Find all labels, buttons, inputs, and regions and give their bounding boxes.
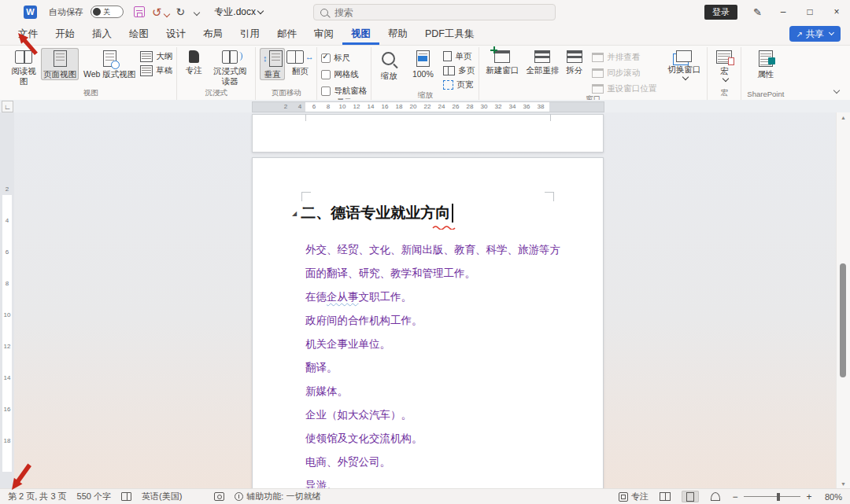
- heading-collapse-icon[interactable]: ◢: [292, 210, 297, 217]
- multiple-pages-icon: [443, 66, 455, 75]
- undo-button[interactable]: ↺: [152, 6, 169, 18]
- tab-draw[interactable]: 绘图: [120, 24, 157, 45]
- document-paragraph[interactable]: 企业（如大众汽车）。: [305, 403, 565, 427]
- page-1-bottom[interactable]: [252, 114, 604, 153]
- document-area[interactable]: ◢ 二、德语专业就业方向 外交、经贸、文化、新闻出版、教育、科学、旅游等方 面的…: [0, 112, 837, 489]
- scroll-down-arrow[interactable]: ▼: [837, 481, 850, 487]
- word-count[interactable]: 550 个字: [77, 491, 111, 502]
- document-paragraph[interactable]: 翻译。: [305, 356, 565, 380]
- read-mode-view-button[interactable]: [656, 491, 674, 502]
- search-input[interactable]: [333, 6, 549, 19]
- document-paragraph[interactable]: 面的翻译、研究、教学和管理工作。: [305, 262, 565, 285]
- focus-mode-button[interactable]: 专注: [619, 491, 649, 502]
- document-paragraph[interactable]: 机关企事业单位。: [305, 333, 565, 356]
- page-indicator[interactable]: 第 2 页, 共 3 页: [8, 491, 67, 502]
- collapse-ribbon-button[interactable]: [832, 84, 839, 95]
- one-page-button[interactable]: 单页: [443, 50, 475, 62]
- vertical-scrollbar[interactable]: ▲ ▼: [836, 112, 850, 489]
- tab-help[interactable]: 帮助: [379, 24, 416, 45]
- zoom-100-button[interactable]: 100%: [405, 48, 441, 80]
- zoom-in-button[interactable]: +: [806, 491, 812, 502]
- recording-status-icon[interactable]: [214, 492, 224, 501]
- chevron-down-icon: [194, 9, 200, 16]
- document-paragraph[interactable]: 政府间的合作机构工作。: [305, 309, 565, 333]
- zoom-slider[interactable]: [744, 496, 800, 497]
- redo-button[interactable]: ↻: [176, 6, 186, 17]
- tab-pdf-tools[interactable]: PDF工具集: [416, 24, 483, 45]
- minimize-button[interactable]: –: [778, 6, 789, 17]
- ruler-number: 32: [491, 103, 505, 111]
- side-to-side-button[interactable]: ↔ 翻页: [287, 48, 312, 77]
- document-heading[interactable]: ◢ 二、德语专业就业方向: [292, 203, 453, 223]
- tab-references[interactable]: 引用: [231, 24, 268, 45]
- zoom-button[interactable]: 缩放: [375, 48, 402, 82]
- share-button[interactable]: ↗ 共享: [789, 26, 841, 42]
- gridlines-checkbox[interactable]: 网格线: [321, 68, 367, 80]
- page-2[interactable]: ◢ 二、德语专业就业方向 外交、经贸、文化、新闻出版、教育、科学、旅游等方 面的…: [252, 157, 604, 489]
- immersive-reader-button[interactable]: 沉浸式阅读器: [209, 48, 251, 86]
- tab-home[interactable]: 开始: [46, 24, 83, 45]
- close-button[interactable]: ×: [831, 6, 842, 17]
- ruler-number: 20: [406, 103, 420, 111]
- switch-windows-button[interactable]: 切换窗口: [665, 48, 703, 80]
- spellcheck-squiggle: [432, 225, 459, 230]
- tab-selector-button[interactable]: ∟: [2, 101, 13, 112]
- scrollbar-thumb[interactable]: [840, 263, 846, 377]
- document-body[interactable]: 外交、经贸、文化、新闻出版、教育、科学、旅游等方 面的翻译、研究、教学和管理工作…: [305, 238, 565, 489]
- web-layout-view-button[interactable]: [707, 491, 724, 502]
- ruler-number: 12: [349, 103, 364, 111]
- ruler-checkbox[interactable]: 标尺: [321, 52, 367, 64]
- page-width-button[interactable]: 页宽: [443, 79, 475, 90]
- ruler-number: 2: [6, 173, 9, 204]
- split-button[interactable]: 拆分: [564, 48, 585, 76]
- ruler-number: 38: [534, 103, 548, 111]
- pen-mode-icon[interactable]: ✎: [753, 6, 762, 18]
- outline-view-button[interactable]: 大纲: [140, 50, 172, 62]
- web-layout-button[interactable]: Web 版式视图: [81, 48, 138, 80]
- document-paragraph[interactable]: 在德企从事文职工作。: [305, 285, 565, 309]
- arrange-all-button[interactable]: 全部重排: [523, 48, 561, 76]
- draft-view-button[interactable]: 草稿: [140, 64, 172, 76]
- tab-view[interactable]: 视图: [342, 24, 379, 45]
- tab-design[interactable]: 设计: [157, 24, 194, 45]
- properties-icon: [759, 50, 773, 67]
- navigation-pane-checkbox[interactable]: 导航窗格: [321, 85, 367, 97]
- autosave-toggle[interactable]: 关: [91, 6, 124, 18]
- read-mode-button[interactable]: 阅读视图: [9, 48, 39, 86]
- tab-mailings[interactable]: 邮件: [268, 24, 305, 45]
- vertical-button[interactable]: ↕ 垂直: [260, 48, 285, 80]
- save-icon[interactable]: [134, 6, 145, 17]
- document-paragraph[interactable]: 导游。: [305, 474, 565, 489]
- zoom-percentage[interactable]: 80%: [820, 492, 842, 502]
- proofing-status-icon[interactable]: [121, 492, 131, 501]
- scroll-up-arrow[interactable]: ▲: [837, 115, 850, 120]
- document-paragraph[interactable]: 电商、外贸公司。: [305, 451, 565, 474]
- tab-file[interactable]: 文件: [9, 24, 46, 45]
- document-paragraph[interactable]: 使领馆及文化交流机构。: [305, 427, 565, 451]
- accessibility-status[interactable]: 辅助功能: 一切就绪: [235, 491, 320, 502]
- new-window-button[interactable]: 新建窗口: [483, 48, 521, 76]
- sign-in-button[interactable]: 登录: [704, 5, 737, 20]
- maximize-button[interactable]: □: [804, 6, 815, 17]
- tab-review[interactable]: 审阅: [305, 24, 342, 45]
- tab-layout[interactable]: 布局: [194, 24, 231, 45]
- document-paragraph[interactable]: 新媒体。: [305, 380, 565, 403]
- print-layout-view-button[interactable]: [682, 491, 699, 502]
- customize-quick-access-button[interactable]: [192, 6, 199, 17]
- focus-button[interactable]: 专注: [181, 48, 206, 76]
- zoom-out-button[interactable]: −: [732, 491, 738, 502]
- vertical-arrows-icon: ↕: [263, 54, 268, 63]
- multiple-pages-button[interactable]: 多页: [443, 64, 475, 76]
- document-paragraph[interactable]: 外交、经贸、文化、新闻出版、教育、科学、旅游等方: [305, 238, 565, 262]
- document-title[interactable]: 专业.docx: [214, 6, 263, 19]
- macros-button[interactable]: 宏: [711, 48, 737, 82]
- tab-insert[interactable]: 插入: [83, 24, 120, 45]
- zoom-slider-thumb[interactable]: [777, 493, 780, 501]
- print-layout-button[interactable]: 页面视图: [41, 48, 79, 80]
- language-indicator[interactable]: 英语(美国): [142, 491, 182, 502]
- properties-button[interactable]: 属性: [753, 48, 778, 80]
- ruler-number: 18: [4, 425, 11, 456]
- title-bar: W 自动保存 关 ↺ ↻ 专业.docx 登录 ✎ – □ ×: [0, 0, 850, 24]
- checkbox-checked-icon: [321, 53, 331, 63]
- search-box[interactable]: [313, 4, 556, 20]
